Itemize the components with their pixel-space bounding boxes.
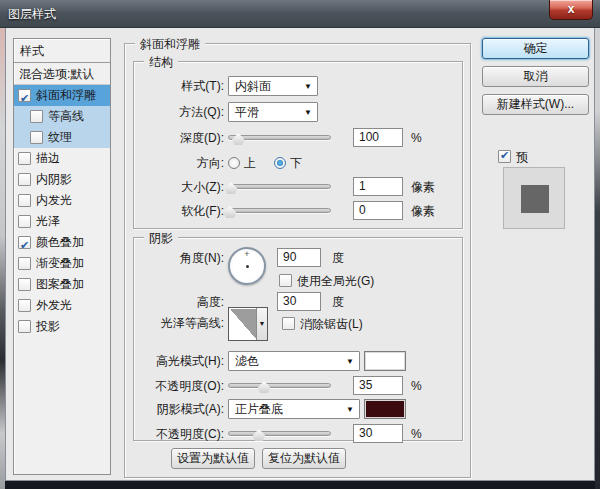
sidebar-item[interactable]: 等高线 xyxy=(14,106,110,127)
shading-title: 阴影 xyxy=(144,230,178,247)
altitude-input[interactable]: 30 xyxy=(277,292,321,311)
direction-label: 方向: xyxy=(140,153,224,173)
effect-checkbox[interactable] xyxy=(30,110,43,123)
structure-group: 结构 样式(T): 内斜面 ▼ 方法(Q): 平滑 ▼ 深度 xyxy=(133,61,463,229)
shadow-mode-row: 阴影模式(A): 正片叠底 ▼ xyxy=(134,399,462,419)
direction-down-radio[interactable] xyxy=(274,157,286,169)
effect-checkbox[interactable] xyxy=(18,152,31,165)
chevron-down-icon: ▼ xyxy=(304,77,312,96)
sidebar-item[interactable]: 纹理 xyxy=(14,127,110,148)
set-default-button[interactable]: 设置为默认值 xyxy=(171,448,255,469)
close-button[interactable]: x xyxy=(549,0,593,20)
global-light-checkbox[interactable] xyxy=(279,274,292,287)
sidebar-item-label: 投影 xyxy=(36,319,60,333)
preview-thumbnail xyxy=(503,167,565,229)
dial-center-dot xyxy=(246,265,249,268)
sidebar-item-blending-options[interactable]: 混合选项:默认 xyxy=(14,63,110,85)
slider-track xyxy=(228,383,331,388)
bevel-style-select[interactable]: 内斜面 ▼ xyxy=(228,76,318,96)
soften-row: 软化(F): 0 像素 xyxy=(134,201,462,221)
sidebar-item-label: 内发光 xyxy=(36,193,72,207)
shadow-color-swatch[interactable] xyxy=(364,399,406,419)
effect-checkbox[interactable] xyxy=(18,320,31,333)
effect-checkbox[interactable] xyxy=(18,257,31,270)
title-bar[interactable]: 图层样式 x xyxy=(0,0,600,28)
anti-alias-checkbox[interactable] xyxy=(282,317,295,330)
effect-checkbox[interactable] xyxy=(18,173,31,186)
sidebar-item-label: 描边 xyxy=(36,151,60,165)
altitude-label: 高度: xyxy=(140,292,224,312)
bevel-emboss-panel: 斜面和浮雕 结构 样式(T): 内斜面 ▼ 方法(Q): 平滑 ▼ xyxy=(124,43,471,478)
new-style-button[interactable]: 新建样式(W)... xyxy=(482,94,589,115)
highlight-color-swatch[interactable] xyxy=(364,351,406,371)
chevron-down-icon: ▼ xyxy=(346,400,354,419)
soften-label: 软化(F): xyxy=(140,201,224,221)
highlight-opacity-slider[interactable] xyxy=(228,380,331,394)
sidebar-item[interactable]: 内阴影 xyxy=(14,169,110,190)
highlight-opacity-label: 不透明度(O): xyxy=(140,376,224,396)
highlight-mode-row: 高光模式(H): 滤色 ▼ xyxy=(134,351,462,371)
soften-input[interactable]: 0 xyxy=(353,201,403,220)
effect-checkbox[interactable] xyxy=(18,215,31,228)
shadow-mode-select[interactable]: 正片叠底 ▼ xyxy=(228,399,360,419)
angle-input[interactable]: 90 xyxy=(277,248,321,267)
highlight-mode-select[interactable]: 滤色 ▼ xyxy=(228,351,360,371)
sidebar-item[interactable]: 描边 xyxy=(14,148,110,169)
shadow-mode-value: 正片叠底 xyxy=(235,402,283,416)
close-icon: x xyxy=(568,2,575,16)
dialog-body: 样式 混合选项:默认 斜面和浮雕 等高线 纹理 xyxy=(5,28,595,481)
sidebar-item-label: 渐变叠加 xyxy=(36,256,84,270)
shadow-opacity-slider[interactable] xyxy=(228,428,331,442)
sidebar-item[interactable]: 内发光 xyxy=(14,190,110,211)
reset-default-button[interactable]: 复位为默认值 xyxy=(262,448,346,469)
highlight-opacity-input[interactable]: 35 xyxy=(353,376,403,395)
preview-swatch xyxy=(521,185,549,213)
sidebar-item-label: 颜色叠加 xyxy=(36,235,84,249)
highlight-opacity-unit: % xyxy=(411,376,422,396)
sidebar-item[interactable]: 图案叠加 xyxy=(14,274,110,295)
soften-slider[interactable] xyxy=(228,205,331,219)
window-title: 图层样式 xyxy=(8,6,56,23)
shadow-opacity-label: 不透明度(C): xyxy=(140,424,224,444)
slider-track xyxy=(228,208,331,213)
global-light-label: 使用全局光(G) xyxy=(297,271,374,291)
shadow-opacity-input[interactable]: 30 xyxy=(353,424,403,443)
shadow-mode-label: 阴影模式(A): xyxy=(140,399,224,419)
sidebar-item[interactable]: 投影 xyxy=(14,316,110,337)
shading-group: 阴影 角度(N): 90 度 + 使用全局光(G) 高度: 30 xyxy=(133,237,463,441)
effect-checkbox[interactable] xyxy=(18,236,31,249)
technique-select[interactable]: 平滑 ▼ xyxy=(228,102,318,122)
direction-up-radio[interactable] xyxy=(228,157,240,169)
depth-slider[interactable] xyxy=(228,132,331,146)
sidebar-item[interactable]: 渐变叠加 xyxy=(14,253,110,274)
size-input[interactable]: 1 xyxy=(353,177,403,196)
sidebar-item-label: 外发光 xyxy=(36,298,72,312)
style-row: 样式(T): 内斜面 ▼ xyxy=(134,76,462,96)
effect-checkbox[interactable] xyxy=(18,194,31,207)
direction-up-label: 上 xyxy=(244,153,256,173)
sidebar-item[interactable]: 颜色叠加 xyxy=(14,232,110,253)
effect-checkbox[interactable] xyxy=(18,299,31,312)
soften-unit: 像素 xyxy=(411,201,435,221)
sidebar-header: 样式 xyxy=(14,39,110,63)
ok-button[interactable]: 确定 xyxy=(482,38,589,59)
effect-checkbox[interactable] xyxy=(18,89,31,102)
sidebar-item[interactable]: 斜面和浮雕 xyxy=(14,85,110,106)
shadow-opacity-row: 不透明度(C): 30 % xyxy=(134,424,462,444)
cancel-button[interactable]: 取消 xyxy=(482,66,589,87)
effect-checkbox[interactable] xyxy=(30,131,43,144)
sidebar-item[interactable]: 光泽 xyxy=(14,211,110,232)
depth-label: 深度(D): xyxy=(140,128,224,148)
depth-unit: % xyxy=(411,128,422,148)
depth-row: 深度(D): 100 % xyxy=(134,128,462,148)
bevel-style-value: 内斜面 xyxy=(235,79,271,93)
effect-checkbox[interactable] xyxy=(18,278,31,291)
sidebar-item-label: 光泽 xyxy=(36,214,60,228)
sidebar-item[interactable]: 外发光 xyxy=(14,295,110,316)
preview-checkbox[interactable] xyxy=(498,150,511,163)
direction-row: 方向: 上 下 xyxy=(134,153,462,173)
depth-input[interactable]: 100 xyxy=(353,128,403,147)
size-slider[interactable] xyxy=(228,181,331,195)
direction-down-label: 下 xyxy=(290,153,302,173)
slider-track xyxy=(228,431,331,436)
